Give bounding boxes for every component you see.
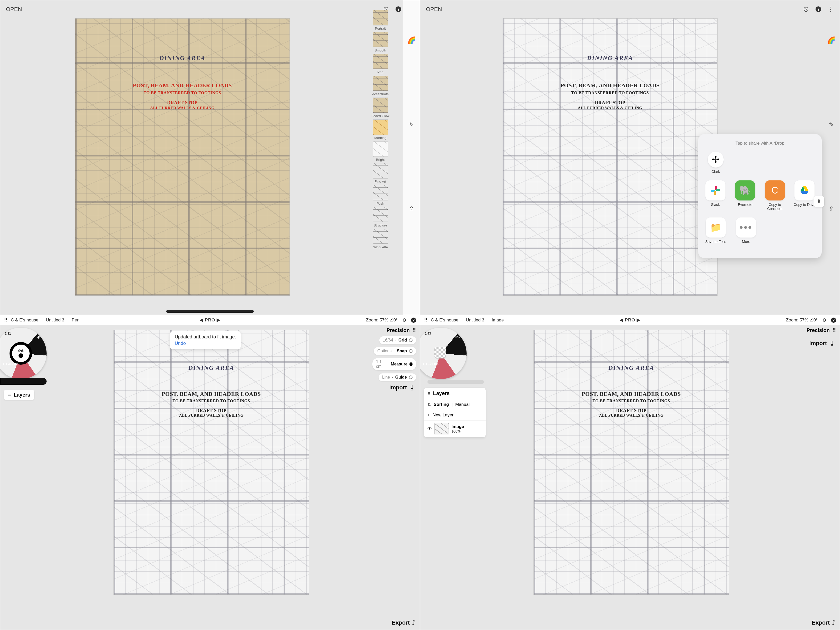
- help-icon[interactable]: ?: [831, 317, 836, 323]
- canvas-blueprint[interactable]: DINING AREA POST, BEAM, AND HEADER LOADS…: [534, 330, 729, 595]
- import-button[interactable]: Import⭳: [809, 340, 835, 347]
- filter-bright[interactable]: Bright: [373, 141, 388, 162]
- edit-icon[interactable]: ✎: [829, 122, 834, 128]
- crumb-doc[interactable]: Untitled 3: [466, 317, 484, 323]
- zoom-readout[interactable]: Zoom: 57% ∠0°: [366, 317, 398, 323]
- share-icon[interactable]: ⇪: [829, 205, 834, 213]
- export-button[interactable]: Export⤴: [392, 619, 415, 626]
- crumb-project[interactable]: C & E's house: [431, 317, 458, 323]
- tool-wheel[interactable]: 0% 2.31 ◐ ⟷ 319 cm: [0, 328, 47, 379]
- share-files[interactable]: 📁Save to Files: [704, 218, 728, 244]
- flash-icon[interactable]: [803, 6, 809, 13]
- share-icon[interactable]: ⇪: [409, 205, 414, 213]
- filter-strip: Portrait Smooth Pop Accentuate Faded Glo…: [367, 10, 393, 249]
- crumb-tool[interactable]: Image: [492, 317, 504, 323]
- crumb-tool[interactable]: Pen: [72, 317, 79, 323]
- precision-label[interactable]: Precision: [807, 327, 830, 333]
- scanned-blueprint-bw: DINING AREA POST, BEAM, AND HEADER LOADS…: [503, 18, 717, 296]
- import-button[interactable]: Import⭳: [389, 384, 415, 391]
- layers-sorting[interactable]: Sorting|Manual: [424, 399, 486, 410]
- zoom-readout[interactable]: Zoom: 57% ∠0°: [786, 317, 818, 323]
- download-icon: ⭳: [829, 340, 835, 347]
- plus-icon: [428, 412, 430, 418]
- share-sheet: Tap to share with AirDrop ✢ Clark Slack …: [698, 134, 822, 258]
- bp-note-4: ALL FURRED WALLS & CEILING: [75, 106, 289, 110]
- filter-pop[interactable]: Pop: [373, 54, 388, 74]
- airdrop-contact[interactable]: ✢ Clark: [704, 152, 728, 174]
- tool-wheel[interactable]: 1.93 100% ⟷ 192 cm: [420, 328, 467, 379]
- filter-morning[interactable]: Morning: [373, 119, 388, 140]
- share-drive[interactable]: Copy to Drive: [793, 180, 816, 211]
- bp-note-3: DRAFT STOP: [503, 100, 717, 106]
- eye-icon[interactable]: [428, 426, 432, 431]
- layers-header[interactable]: ≡Layers: [424, 388, 486, 399]
- bp-note-1: POST, BEAM, AND HEADER LOADS: [114, 391, 309, 397]
- info-icon[interactable]: i: [395, 6, 402, 13]
- snap-toggle[interactable]: Options·Snap: [374, 347, 416, 355]
- filter-portrait[interactable]: Portrait: [373, 10, 388, 30]
- undo-toast: Updated artboard to fit image. Undo: [170, 331, 241, 349]
- pro-badge: PRO: [625, 317, 635, 323]
- filter-push[interactable]: Push: [373, 185, 388, 205]
- filter-faded-glow[interactable]: Faded Glow: [371, 98, 389, 118]
- bp-note-3: DRAFT STOP: [114, 408, 309, 413]
- opacity-slider[interactable]: [428, 380, 484, 384]
- hamburger-icon: ≡: [8, 392, 11, 398]
- toast-undo-link[interactable]: Undo: [175, 341, 236, 346]
- info-icon[interactable]: i: [815, 6, 822, 13]
- measure-toggle[interactable]: 1:1 cm·Measure: [373, 358, 416, 370]
- crumb-doc[interactable]: Untitled 3: [46, 317, 64, 323]
- airdrop-hint: Tap to share with AirDrop: [704, 141, 816, 146]
- layers-panel: ≡Layers Sorting|Manual New Layer Image 1…: [424, 388, 486, 437]
- precision-panel-collapsed: Precision: [793, 327, 836, 333]
- filter-silhouette[interactable]: Silhouette: [373, 229, 388, 249]
- crumb-project[interactable]: C & E's house: [11, 317, 38, 323]
- guide-toggle[interactable]: Line·Guide: [379, 373, 416, 381]
- grip-icon[interactable]: [412, 327, 416, 333]
- evernote-icon: 🐘: [735, 180, 755, 201]
- brush-size-slider[interactable]: [0, 378, 47, 385]
- share-more[interactable]: •••More: [734, 218, 758, 244]
- filters-icon[interactable]: 🌈: [827, 36, 835, 44]
- precision-label[interactable]: Precision: [387, 327, 410, 333]
- grip-icon[interactable]: [832, 327, 836, 333]
- filters-icon[interactable]: 🌈: [407, 36, 415, 44]
- precision-panel: Precision 16/64·Grid Options·Snap 1:1 cm…: [373, 327, 416, 381]
- upload-icon: ⤴: [832, 619, 835, 626]
- layer-item-image[interactable]: Image 100%: [424, 420, 486, 437]
- gallery-icon[interactable]: [424, 317, 428, 323]
- filter-fine-art[interactable]: Fine Art: [373, 163, 388, 183]
- edit-icon[interactable]: ✎: [409, 122, 414, 128]
- bp-room-label: DINING AREA: [503, 55, 717, 62]
- share-origin-icon[interactable]: ⇪: [813, 196, 824, 207]
- slack-icon: [706, 180, 725, 201]
- opacity-checker-icon: [434, 347, 446, 358]
- filter-accentuate[interactable]: Accentuate: [372, 76, 388, 96]
- help-icon[interactable]: ?: [411, 317, 416, 323]
- export-button[interactable]: Export⤴: [812, 619, 835, 626]
- gallery-icon[interactable]: [4, 317, 8, 323]
- layer-thumb: [434, 423, 449, 434]
- scanned-blueprint-tan: DINING AREA POST, BEAM, AND HEADER LOADS…: [75, 18, 290, 296]
- bp-note-2: TO BE TRANSFERRED TO FOOTINGS: [534, 399, 729, 403]
- open-button[interactable]: OPEN: [426, 6, 442, 13]
- share-slack[interactable]: Slack: [704, 180, 727, 211]
- gear-icon[interactable]: [822, 317, 826, 323]
- share-concepts[interactable]: CCopy to Concepts: [763, 180, 786, 211]
- download-icon: ⭳: [409, 384, 415, 391]
- filter-structure[interactable]: Structure: [373, 207, 388, 227]
- share-evernote[interactable]: 🐘Evernote: [734, 180, 757, 211]
- canvas-blueprint[interactable]: DINING AREA POST, BEAM, AND HEADER LOADS…: [114, 330, 309, 595]
- bp-note-2: TO BE TRANSFERRED TO FOOTINGS: [503, 91, 717, 95]
- open-button[interactable]: OPEN: [6, 6, 22, 13]
- new-layer-button[interactable]: New Layer: [424, 410, 486, 420]
- grid-toggle[interactable]: 16/64·Grid: [379, 336, 416, 344]
- pro-badge: ◀: [200, 317, 203, 323]
- layers-button[interactable]: ≡ Layers: [4, 390, 34, 400]
- bp-room-label: DINING AREA: [75, 55, 289, 62]
- quadrant-share-sheet: OPEN i DINING AREA POST, BEAM, AND HEADE…: [420, 0, 840, 315]
- bp-note-4: ALL FURRED WALLS & CEILING: [503, 106, 717, 110]
- filter-smooth[interactable]: Smooth: [373, 32, 388, 52]
- bp-room-label: DINING AREA: [114, 365, 309, 371]
- gear-icon[interactable]: [402, 317, 406, 323]
